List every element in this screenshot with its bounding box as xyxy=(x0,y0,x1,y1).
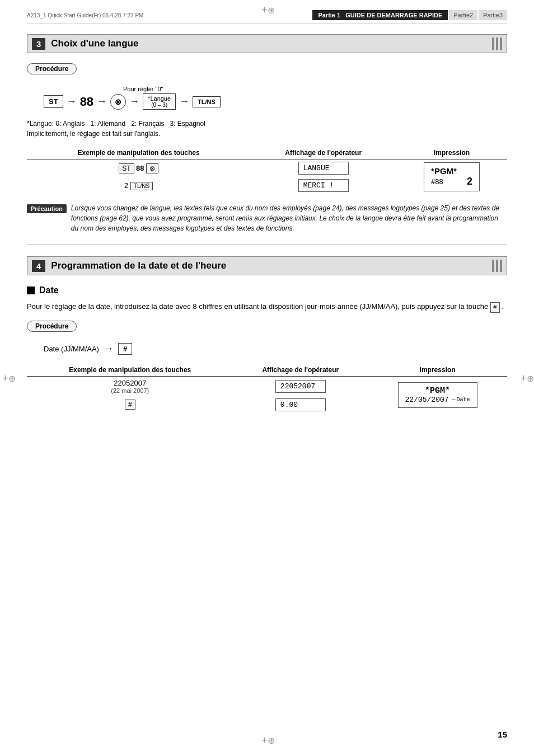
crosshair-left: ⊕ xyxy=(2,373,13,384)
row4-1-display: 22052007 xyxy=(233,376,368,396)
example-table-section3: Exemple de manipulation des touches Affi… xyxy=(27,147,507,194)
flow-st: ST xyxy=(44,95,63,108)
display-langue: LANGUE xyxy=(298,162,349,175)
caution-section3: Précaution Lorsque vous changez de langu… xyxy=(27,203,507,233)
section4-line-1 xyxy=(492,260,494,272)
col4-header-print: Impression xyxy=(368,364,507,377)
row1-print: *PGM* #88 2 xyxy=(396,159,507,195)
keys-22052007: 22052007 xyxy=(31,379,228,387)
date-flow-arrow: → xyxy=(104,343,114,355)
langue-label: *Langue xyxy=(148,95,171,102)
note-line2: Implicitement, le réglage est fait sur l… xyxy=(27,129,507,139)
display-22052007: 22052007 xyxy=(275,380,326,393)
note-text-section3: *Langue: 0: Anglais 1: Allemand 2: Franç… xyxy=(27,119,507,139)
table4-row-1: 22052007 (22 mai 2007) 22052007 *PGM* 22… xyxy=(27,376,507,396)
example-table-section4: Exemple de manipulation des touches Affi… xyxy=(27,364,507,414)
hash-key-inline: # xyxy=(490,302,500,313)
pgm-label-4: *PGM* xyxy=(405,386,470,396)
col-header-keys: Exemple de manipulation des touches xyxy=(27,147,250,159)
procedure-label-3: Procédure xyxy=(27,63,77,74)
section-line-2 xyxy=(496,37,498,50)
date-flow-hash: # xyxy=(118,343,132,355)
section4-header: 4 Programmation de la date et de l'heure xyxy=(27,256,507,275)
divider-1 xyxy=(27,245,507,245)
section4-line-3 xyxy=(500,260,502,272)
section3-header: 3 Choix d'une langue xyxy=(27,34,507,53)
procedure-badge-section3: Procédure xyxy=(27,63,507,80)
crosshair-right: ⊕ xyxy=(521,373,532,384)
section4-line-2 xyxy=(496,260,498,272)
keys-22mai2007: (22 mai 2007) xyxy=(31,387,228,394)
col-header-display: Affichage de l'opérateur xyxy=(250,147,396,159)
flow-diagram-section4: Date (JJ/MM/AA) → # xyxy=(44,343,507,355)
flow-row-section3: ST → 88 → ⊗ → *Langue (0 – 3) → TL/NS xyxy=(44,93,507,110)
nav-tabs: Partie 1 GUIDE DE DEMARRAGE RAPIDE Parti… xyxy=(312,10,507,20)
nav-tab-partie1: Partie 1 GUIDE DE DEMARRAGE RAPIDE xyxy=(312,10,448,20)
note-line1: *Langue: 0: Anglais 1: Allemand 2: Franç… xyxy=(27,119,507,129)
flow-arrow4: → xyxy=(179,96,189,107)
flow-tlns: TL/NS xyxy=(193,96,221,107)
procedure-label-4: Procédure xyxy=(27,321,77,332)
section3-number: 3 xyxy=(32,38,45,50)
black-square-icon xyxy=(27,287,35,294)
print-88: #88 xyxy=(431,177,443,186)
crosshair-top: ⊕ xyxy=(261,4,273,16)
section3-title: Choix d'une langue xyxy=(51,38,486,49)
date-subsection-label: Date xyxy=(39,285,59,295)
section4-lines xyxy=(492,260,502,272)
table-row-1: ST 88 ⊗ LANGUE *PGM* #88 2 xyxy=(27,159,507,177)
crosshair-bottom: ⊕ xyxy=(261,735,273,746)
row4-1-keys: 22052007 (22 mai 2007) xyxy=(27,376,233,396)
row4-2-keys: # xyxy=(27,396,233,414)
date-description: Pour le réglage de la date, introduisez … xyxy=(27,301,507,313)
display-0-00: 0.00 xyxy=(275,398,326,411)
date-flow-label: Date (JJ/MM/AA) xyxy=(44,345,99,353)
flow-langue-box: *Langue (0 – 3) xyxy=(143,93,176,110)
flow-otimes: ⊗ xyxy=(110,94,126,110)
st-key: ST xyxy=(119,163,134,173)
row4-2-display: 0.00 xyxy=(233,396,368,414)
hash-key-row2: # xyxy=(125,400,135,410)
section-line-1 xyxy=(492,37,494,50)
otimes-key: ⊗ xyxy=(146,163,158,173)
print-receipt-4: *PGM* 22/05/2007 — Date xyxy=(398,382,477,408)
flow-arrow1: → xyxy=(67,96,77,107)
print-box-1: *PGM* #88 2 xyxy=(424,162,480,191)
nav-tab-partie2: Partie2 xyxy=(449,10,477,20)
print-date-value: 22/05/2007 xyxy=(405,396,449,404)
caution-badge: Précaution xyxy=(27,204,67,213)
date-label-indicator: — Date xyxy=(452,397,470,403)
caution-text: Lorsque vous changez de langue, les text… xyxy=(71,203,507,233)
procedure-badge-section4: Procédure xyxy=(27,321,507,337)
langue-range: (0 – 3) xyxy=(151,102,167,108)
dash-arrow: — xyxy=(452,397,456,403)
page: ⊕ ⊕ ⊕ ⊕ A213_1 Quick Start Guide(Fr) 06.… xyxy=(0,0,534,756)
flow-arrow3: → xyxy=(129,96,139,107)
tlns-key: TL/NS xyxy=(130,182,153,190)
pour-regler-label: Pour régler "0" xyxy=(123,86,163,92)
flow-arrow2: → xyxy=(97,96,107,107)
nav-tab-partie3: Partie3 xyxy=(479,10,507,20)
display-merci: MERCI ! xyxy=(298,179,349,192)
print-num2: 2 xyxy=(467,176,472,187)
flow-88: 88 xyxy=(80,95,93,109)
section-line-3 xyxy=(500,37,502,50)
row1-display: LANGUE xyxy=(250,159,396,177)
col4-header-keys: Exemple de manipulation des touches xyxy=(27,364,233,377)
section4-title: Programmation de la date et de l'heure xyxy=(51,260,486,271)
pgm-label: *PGM* xyxy=(431,166,472,176)
row2-keys: 2 TL/NS xyxy=(27,177,250,194)
page-number: 15 xyxy=(498,730,507,739)
col4-header-display: Affichage de l'opérateur xyxy=(233,364,368,377)
row2-display: MERCI ! xyxy=(250,177,396,194)
row4-1-print: *PGM* 22/05/2007 — Date xyxy=(368,376,507,414)
col-header-print: Impression xyxy=(396,147,507,159)
section4-number: 4 xyxy=(32,260,45,272)
row1-keys: ST 88 ⊗ xyxy=(27,159,250,177)
flow-diagram-section3: Pour régler "0" ST → 88 → ⊗ → *Langue (0… xyxy=(44,86,507,110)
section3-lines xyxy=(492,37,502,50)
subsection-date-title: Date xyxy=(27,285,507,295)
